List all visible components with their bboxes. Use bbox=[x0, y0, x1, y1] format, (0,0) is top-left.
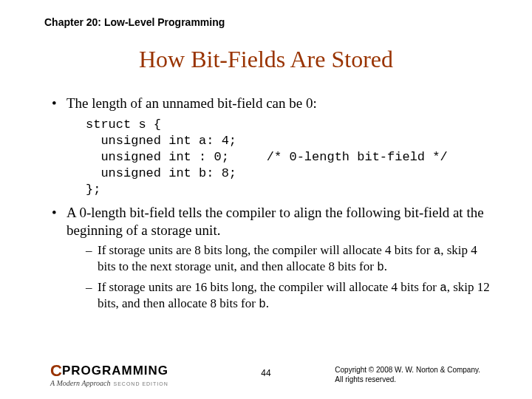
bullet-item-1: The length of an unnamed bit-field can b… bbox=[52, 95, 495, 198]
bullet-list: The length of an unnamed bit-field can b… bbox=[52, 95, 495, 312]
logo-edition: SECOND EDITION bbox=[113, 381, 168, 386]
var-a: a bbox=[434, 245, 441, 258]
copyright: Copyright © 2008 W. W. Norton & Company.… bbox=[335, 365, 480, 384]
dash2-part-a: If storage units are 16 bits long, the c… bbox=[98, 280, 440, 294]
slide: Chapter 20: Low-Level Programming How Bi… bbox=[0, 0, 532, 399]
logo-subtitle: A Modern ApproachSECOND EDITION bbox=[50, 379, 168, 387]
bullet-item-2: A 0-length bit-field tells the compiler … bbox=[52, 204, 495, 312]
logo-approach: A Modern Approach bbox=[50, 379, 110, 387]
dash2-part-c: . bbox=[266, 296, 269, 310]
dash-item-2: If storage units are 16 bits long, the c… bbox=[86, 279, 495, 312]
code-block: struct s { unsigned int a: 4; unsigned i… bbox=[86, 117, 495, 198]
var-b: b bbox=[377, 261, 384, 274]
dash-item-1: If storage units are 8 bits long, the co… bbox=[86, 242, 495, 275]
dash1-part-a: If storage units are 8 bits long, the co… bbox=[98, 243, 434, 257]
slide-title: How Bit-Fields Are Stored bbox=[0, 46, 532, 73]
chapter-label: Chapter 20: Low-Level Programming bbox=[44, 16, 225, 28]
copyright-line-2: All rights reserved. bbox=[335, 375, 480, 384]
var-a-2: a bbox=[440, 282, 447, 295]
var-b-2: b bbox=[259, 298, 266, 311]
bullet-1-text: The length of an unnamed bit-field can b… bbox=[66, 95, 317, 111]
dash1-part-c: . bbox=[384, 259, 387, 273]
dash-list: If storage units are 8 bits long, the co… bbox=[66, 242, 495, 312]
bullet-2-text: A 0-length bit-field tells the compiler … bbox=[66, 205, 484, 238]
slide-content: The length of an unnamed bit-field can b… bbox=[52, 95, 495, 316]
copyright-line-1: Copyright © 2008 W. W. Norton & Company. bbox=[335, 365, 480, 375]
